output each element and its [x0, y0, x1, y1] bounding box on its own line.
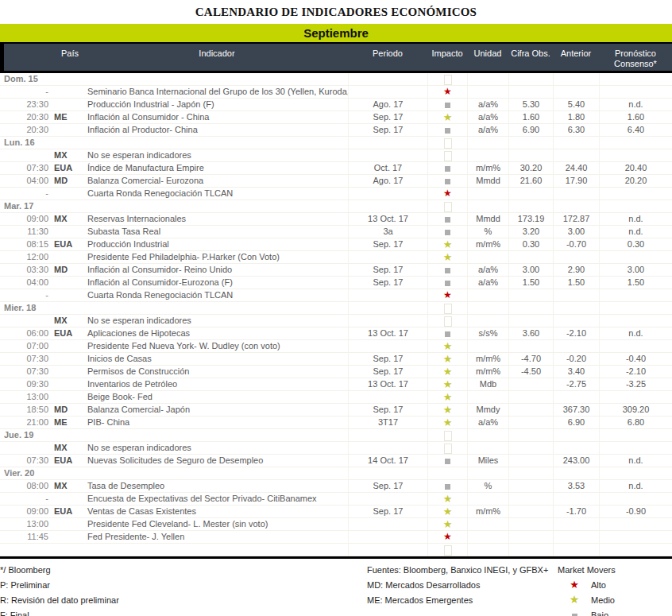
observed-figure-cell — [508, 518, 553, 530]
country-cell: EUA — [54, 506, 86, 517]
table-row: 04:00Inflación al Consumidor-Eurozona (F… — [0, 277, 672, 289]
previous-cell: -1.70 — [553, 506, 599, 517]
impact-cell — [427, 213, 467, 225]
previous-cell — [553, 200, 599, 212]
unit-cell: a/a% — [467, 416, 508, 428]
observed-figure-cell — [508, 289, 553, 301]
consensus-forecast-cell: n.d. — [599, 99, 672, 110]
col-header-pronostico-line1: Pronóstico — [599, 48, 672, 59]
observed-figure-cell — [508, 416, 553, 428]
period-cell: Sep. 17 — [348, 404, 427, 416]
indicator-cell: Índice de Manufactura Empire — [86, 162, 348, 174]
period-cell: 13 Oct. 17 — [348, 327, 427, 339]
consensus-forecast-cell: 1.60 — [599, 111, 672, 123]
previous-cell: -2.10 — [553, 327, 599, 339]
period-cell — [348, 73, 427, 85]
period-cell: Sep. 17 — [348, 277, 427, 289]
footer-note: P: Preliminar — [0, 578, 367, 593]
footer: */ BloombergP: PreliminarR: Revisión del… — [0, 556, 672, 616]
unit-cell: a/a% — [467, 124, 508, 136]
previous-cell — [553, 73, 599, 85]
observed-figure-cell — [508, 200, 553, 212]
time-cell: 06:00 — [0, 327, 54, 339]
period-cell: 14 Oct. 17 — [348, 455, 427, 467]
country-cell: MX — [54, 149, 86, 161]
period-cell — [348, 340, 427, 352]
previous-cell: -2.75 — [553, 378, 599, 390]
previous-cell: 172.87 — [553, 213, 599, 225]
previous-cell — [553, 302, 599, 314]
unit-cell: a/a% — [467, 277, 508, 289]
country-cell — [54, 493, 86, 505]
consensus-forecast-cell — [599, 544, 672, 556]
impact-medium-star-icon: ★ — [443, 353, 453, 365]
country-cell: EUA — [54, 162, 86, 174]
legend-label: Medio — [591, 593, 672, 608]
time-cell: 11:30 — [0, 226, 54, 238]
day-section-row: Dom. 15 — [0, 73, 672, 86]
impact-empty-box-icon — [444, 444, 452, 454]
legend-rows: ★Alto★MedioBajo — [558, 578, 672, 616]
period-cell — [348, 518, 427, 530]
country-cell: MX — [54, 213, 86, 225]
consensus-forecast-cell — [599, 86, 672, 98]
unit-cell: m/m% — [467, 162, 508, 174]
previous-cell — [553, 391, 599, 403]
period-cell — [348, 289, 427, 301]
observed-figure-cell — [508, 404, 553, 416]
previous-cell: 3.40 — [553, 366, 599, 378]
consensus-forecast-cell: n.d. — [599, 327, 672, 339]
impact-cell: ★ — [427, 404, 467, 416]
country-cell: MX — [54, 442, 86, 454]
previous-cell — [553, 251, 599, 263]
indicator-cell: Cuarta Ronda Renegociación TLCAN — [86, 188, 348, 200]
previous-cell: 2.90 — [553, 264, 599, 276]
time-cell: 23:30 — [0, 99, 54, 110]
impact-cell — [427, 327, 467, 339]
table-row: -Encuesta de Expectativas del Sector Pri… — [0, 493, 672, 506]
observed-figure-cell — [508, 73, 553, 85]
observed-figure-cell: 0.30 — [508, 238, 553, 250]
period-cell — [348, 391, 427, 403]
period-cell — [348, 149, 427, 161]
time-cell: 18:50 — [0, 404, 54, 416]
period-cell: Sep. 17 — [348, 480, 427, 492]
impact-cell — [427, 73, 467, 85]
col-header-time — [0, 48, 54, 71]
impact-high-star-icon: ★ — [443, 531, 452, 543]
impact-medium-star-icon: ★ — [443, 238, 453, 250]
table-row: -Cuarta Ronda Renegociación TLCAN★ — [0, 289, 672, 302]
impact-cell: ★ — [427, 111, 467, 123]
time-cell: 08:15 — [0, 238, 54, 250]
impact-cell — [427, 277, 467, 289]
previous-cell: 243.00 — [553, 455, 599, 467]
time-cell: 20:30 — [0, 111, 54, 123]
impact-low-square-icon — [445, 103, 450, 108]
country-cell — [54, 544, 86, 556]
impact-medium-star-icon: ★ — [443, 493, 453, 505]
time-cell: 07:30 — [0, 455, 54, 467]
period-cell — [348, 467, 427, 479]
impact-low-square-icon — [445, 331, 450, 337]
observed-figure-cell: 1.60 — [508, 111, 553, 123]
table-body: Dom. 15-Seminario Banca Internacional de… — [0, 71, 672, 556]
impact-cell: ★ — [427, 531, 467, 543]
consensus-forecast-cell — [599, 518, 672, 530]
consensus-forecast-cell — [599, 149, 672, 161]
observed-figure-cell: 6.90 — [508, 124, 553, 136]
red-star-icon: ★ — [570, 579, 579, 591]
footer-note: F: Final — [0, 608, 367, 616]
period-cell: Sep. 17 — [348, 124, 427, 136]
previous-cell — [553, 149, 599, 161]
impact-low-square-icon — [445, 217, 450, 223]
table-row: 06:00EUAAplicaciones de Hipotecas13 Oct.… — [0, 327, 672, 340]
table-row: 13:00Beige Book- Fed★ — [0, 391, 672, 404]
impact-low-square-icon — [445, 166, 450, 172]
impact-low-square-icon — [445, 179, 450, 184]
time-cell: 12:00 — [0, 251, 54, 263]
time-cell: 07:30 — [0, 353, 54, 365]
observed-figure-cell: 3.20 — [508, 226, 553, 238]
legend-item: ★Alto — [558, 578, 672, 593]
previous-cell — [553, 493, 599, 505]
day-section-row: Jue. 19 — [0, 429, 672, 442]
